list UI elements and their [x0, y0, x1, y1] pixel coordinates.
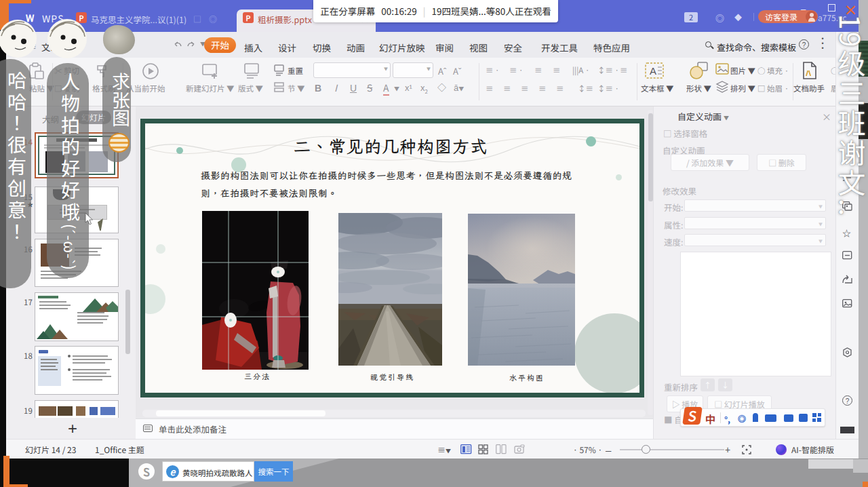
svg-text:A: A — [650, 65, 656, 77]
